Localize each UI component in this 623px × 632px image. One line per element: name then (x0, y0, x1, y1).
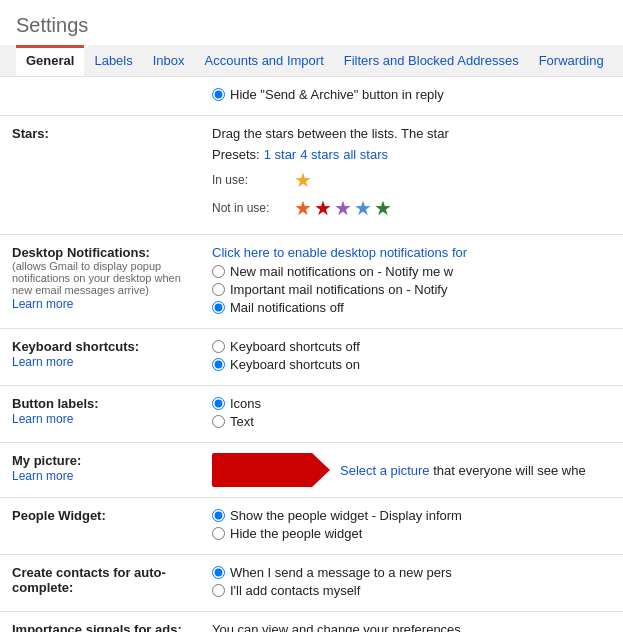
arrow-head-icon (312, 453, 330, 487)
tab-forwarding[interactable]: Forwarding (529, 45, 614, 76)
table-row: Button labels: Learn more Icons Text (0, 386, 623, 443)
star-purple-icon[interactable]: ★ (334, 196, 352, 220)
table-row: Desktop Notifications: (allows Gmail to … (0, 235, 623, 329)
people-widget-label: People Widget: (12, 508, 106, 523)
importance-signals-value: You can view and change your preferences (212, 622, 461, 632)
tab-filters[interactable]: Filters and Blocked Addresses (334, 45, 529, 76)
presets-label: Presets: (212, 147, 260, 162)
arrow-indicator (212, 453, 330, 487)
tabs-bar: General Labels Inbox Accounts and Import… (0, 45, 623, 77)
table-row: Stars: Drag the stars between the lists.… (0, 116, 623, 235)
table-row: Create contacts for auto-complete: When … (0, 555, 623, 612)
button-labels-icons-label: Icons (230, 396, 261, 411)
preset-1star[interactable]: 1 star (264, 147, 297, 162)
not-in-use-label: Not in use: (212, 201, 292, 215)
enable-desktop-notifications-link[interactable]: Click here to enable desktop notificatio… (212, 245, 467, 260)
keyboard-shortcuts-label: Keyboard shortcuts: (12, 339, 139, 354)
create-contacts-manual-option: I'll add contacts myself (212, 583, 611, 598)
in-use-label: In use: (212, 173, 292, 187)
mail-notif-off-label: Mail notifications off (230, 300, 344, 315)
stars-label: Stars: (12, 126, 49, 141)
hide-send-archive-radio[interactable] (212, 88, 225, 101)
tab-accounts[interactable]: Accounts and Import (195, 45, 334, 76)
hide-send-archive-label: Hide "Send & Archive" button in reply (230, 87, 444, 102)
button-labels-text-radio[interactable] (212, 415, 225, 428)
important-mail-notif-radio[interactable] (212, 283, 225, 296)
keyboard-shortcuts-on-radio[interactable] (212, 358, 225, 371)
keyboard-shortcuts-off-option: Keyboard shortcuts off (212, 339, 611, 354)
select-picture-link[interactable]: Select a picture (340, 463, 430, 478)
keyboard-shortcuts-learn-more[interactable]: Learn more (12, 355, 73, 369)
button-labels-icons-option: Icons (212, 396, 611, 411)
show-people-widget-radio[interactable] (212, 509, 225, 522)
table-row: My picture: Learn more Select a picture … (0, 443, 623, 498)
star-yellow-icon[interactable]: ★ (294, 168, 312, 192)
desktop-notifications-learn-more[interactable]: Learn more (12, 297, 73, 311)
page-title: Settings (0, 0, 623, 45)
mail-notif-off-radio[interactable] (212, 301, 225, 314)
importance-signals-label: Importance signals for ads: (12, 622, 182, 632)
keyboard-shortcuts-off-radio[interactable] (212, 340, 225, 353)
button-labels-text-label: Text (230, 414, 254, 429)
hide-send-archive-option: Hide "Send & Archive" button in reply (212, 87, 611, 102)
button-labels-learn-more[interactable]: Learn more (12, 412, 73, 426)
my-picture-suffix: that everyone will see whe (430, 463, 586, 478)
table-row: People Widget: Show the people widget - … (0, 498, 623, 555)
preset-4stars[interactable]: 4 stars (300, 147, 339, 162)
important-mail-notif-label: Important mail notifications on - Notify (230, 282, 447, 297)
button-labels-icons-radio[interactable] (212, 397, 225, 410)
settings-table: Hide "Send & Archive" button in reply St… (0, 77, 623, 632)
table-row: Keyboard shortcuts: Learn more Keyboard … (0, 329, 623, 386)
star-red-icon[interactable]: ★ (314, 196, 332, 220)
tab-general[interactable]: General (16, 45, 84, 76)
keyboard-shortcuts-on-label: Keyboard shortcuts on (230, 357, 360, 372)
show-people-widget-label: Show the people widget - Display inform (230, 508, 462, 523)
stars-presets: Presets: 1 star 4 stars all stars (212, 147, 611, 162)
new-mail-notif-radio[interactable] (212, 265, 225, 278)
create-contacts-auto-option: When I send a message to a new pers (212, 565, 611, 580)
new-mail-notif-option: New mail notifications on - Notify me w (212, 264, 611, 279)
keyboard-shortcuts-on-option: Keyboard shortcuts on (212, 357, 611, 372)
important-mail-notif-option: Important mail notifications on - Notify (212, 282, 611, 297)
tab-inbox[interactable]: Inbox (143, 45, 195, 76)
star-orange-icon[interactable]: ★ (294, 196, 312, 220)
my-picture-cell: Select a picture that everyone will see … (212, 453, 611, 487)
create-contacts-manual-radio[interactable] (212, 584, 225, 597)
star-blue-icon[interactable]: ★ (354, 196, 372, 220)
star-green-icon[interactable]: ★ (374, 196, 392, 220)
desktop-notifications-label: Desktop Notifications: (12, 245, 150, 260)
hide-people-widget-label: Hide the people widget (230, 526, 362, 541)
hide-people-widget-radio[interactable] (212, 527, 225, 540)
create-contacts-label: Create contacts for auto-complete: (12, 565, 166, 595)
tab-labels[interactable]: Labels (84, 45, 142, 76)
keyboard-shortcuts-off-label: Keyboard shortcuts off (230, 339, 360, 354)
table-row: Importance signals for ads: You can view… (0, 612, 623, 633)
arrow-body (212, 453, 312, 487)
create-contacts-auto-radio[interactable] (212, 566, 225, 579)
create-contacts-manual-label: I'll add contacts myself (230, 583, 360, 598)
show-people-widget-option: Show the people widget - Display inform (212, 508, 611, 523)
desktop-notifications-sublabel: (allows Gmail to display popup notificat… (12, 260, 188, 296)
preset-allstars[interactable]: all stars (343, 147, 388, 162)
button-labels-text-option: Text (212, 414, 611, 429)
stars-not-in-use-row: Not in use: ★ ★ ★ ★ ★ (212, 196, 611, 220)
stars-in-use-row: In use: ★ (212, 168, 611, 192)
create-contacts-auto-label: When I send a message to a new pers (230, 565, 452, 580)
my-picture-label: My picture: (12, 453, 81, 468)
table-row: Hide "Send & Archive" button in reply (0, 77, 623, 116)
hide-people-widget-option: Hide the people widget (212, 526, 611, 541)
stars-drag-text: Drag the stars between the lists. The st… (212, 126, 611, 141)
mail-notif-off-option: Mail notifications off (212, 300, 611, 315)
new-mail-notif-label: New mail notifications on - Notify me w (230, 264, 453, 279)
my-picture-learn-more[interactable]: Learn more (12, 469, 73, 483)
button-labels-label: Button labels: (12, 396, 99, 411)
